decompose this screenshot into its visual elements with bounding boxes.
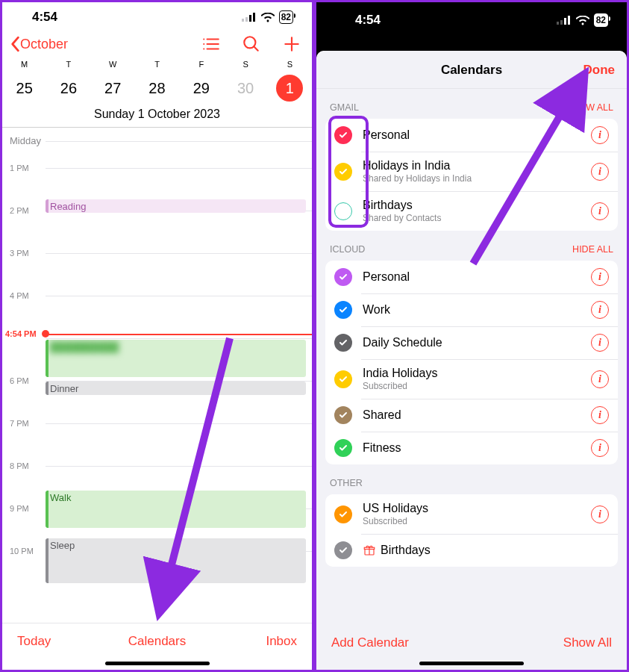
calendar-row[interactable]: Sharedi bbox=[325, 399, 618, 432]
event-walk[interactable]: Walk bbox=[46, 491, 306, 528]
info-icon[interactable]: i bbox=[591, 163, 609, 181]
gift-icon bbox=[363, 544, 376, 557]
svg-rect-6 bbox=[557, 22, 559, 25]
hide-all-link[interactable]: HIDE ALL bbox=[572, 244, 613, 255]
event-sleep[interactable]: Sleep bbox=[46, 538, 306, 583]
hour-label: 8 PM bbox=[10, 461, 29, 470]
home-indicator[interactable] bbox=[105, 662, 210, 665]
today-button[interactable]: Today bbox=[17, 634, 51, 649]
check-icon[interactable] bbox=[334, 406, 352, 424]
sheet-header: Calendars Done bbox=[316, 51, 627, 89]
info-icon[interactable]: i bbox=[591, 268, 609, 286]
date-cell[interactable]: 27 bbox=[91, 75, 135, 102]
now-time-label: 4:54 PM bbox=[5, 329, 37, 338]
info-icon[interactable]: i bbox=[591, 505, 609, 523]
calendar-row[interactable]: Fitnessi bbox=[325, 432, 618, 464]
status-bar: 4:54 82 bbox=[316, 2, 627, 31]
selected-date-label: Sunday 1 October 2023 bbox=[2, 108, 312, 127]
date-cell-selected[interactable]: 1 bbox=[268, 75, 312, 102]
wifi-icon bbox=[261, 13, 275, 22]
show-all-button[interactable]: Show All bbox=[563, 635, 612, 650]
done-button[interactable]: Done bbox=[583, 63, 616, 78]
check-icon[interactable] bbox=[334, 268, 352, 286]
info-icon[interactable]: i bbox=[591, 406, 609, 424]
calendar-header: October bbox=[2, 28, 312, 58]
status-indicators: 82 bbox=[557, 13, 608, 27]
battery-icon: 82 bbox=[594, 13, 608, 27]
info-icon[interactable]: i bbox=[591, 202, 609, 220]
show-all-link[interactable]: SHOW ALL bbox=[566, 102, 613, 113]
hour-label: 9 PM bbox=[10, 504, 29, 513]
home-indicator[interactable] bbox=[419, 662, 524, 665]
check-icon[interactable] bbox=[334, 202, 352, 220]
calendar-row[interactable]: Personal i bbox=[325, 119, 618, 152]
check-icon[interactable] bbox=[334, 439, 352, 457]
hour-label: 3 PM bbox=[10, 249, 29, 258]
wifi-icon bbox=[576, 16, 589, 25]
calendar-group-icloud: Personali Worki Daily Schedulei India Ho… bbox=[325, 261, 618, 464]
svg-rect-2 bbox=[249, 15, 251, 22]
calendar-row[interactable]: US HolidaysSubscribedi bbox=[325, 494, 618, 534]
agenda-area[interactable]: Midday 1 PM 2 PM 3 PM 4 PM 6 PM 7 PM 8 P… bbox=[2, 128, 312, 591]
section-header-icloud: ICLOUD HIDE ALL bbox=[316, 231, 627, 261]
check-icon[interactable] bbox=[334, 301, 352, 319]
svg-rect-3 bbox=[253, 13, 255, 22]
info-icon[interactable]: i bbox=[591, 301, 609, 319]
search-icon[interactable] bbox=[242, 34, 261, 54]
check-icon[interactable] bbox=[334, 370, 352, 388]
info-icon[interactable]: i bbox=[591, 370, 609, 388]
event-dinner[interactable]: Dinner bbox=[46, 382, 306, 395]
calendar-day-view: 4:54 82 October M T W T F S S 25 26 bbox=[0, 0, 314, 672]
check-icon[interactable] bbox=[334, 541, 352, 559]
svg-rect-7 bbox=[560, 20, 563, 25]
calendar-row[interactable]: Worki bbox=[325, 293, 618, 326]
calendar-row[interactable]: India HolidaysSubscribedi bbox=[325, 359, 618, 399]
calendars-button[interactable]: Calendars bbox=[128, 634, 187, 649]
calendars-modal-view: 4:54 82 Calendars Done GMAIL SHOW ALL bbox=[314, 0, 629, 672]
info-icon[interactable]: i bbox=[591, 439, 609, 457]
status-indicators: 82 bbox=[242, 10, 293, 24]
date-cell[interactable]: 25 bbox=[2, 75, 46, 102]
now-indicator bbox=[46, 334, 312, 335]
calendar-group-other: US HolidaysSubscribedi Birthdays bbox=[325, 494, 618, 567]
section-header-gmail: GMAIL SHOW ALL bbox=[316, 89, 627, 119]
calendar-row[interactable]: Birthdays bbox=[325, 534, 618, 567]
check-icon[interactable] bbox=[334, 163, 352, 181]
chevron-left-icon bbox=[10, 36, 20, 52]
event-blurred[interactable]: ██████████ bbox=[46, 340, 306, 377]
date-cell[interactable]: 28 bbox=[135, 75, 179, 102]
svg-rect-0 bbox=[242, 19, 244, 22]
svg-rect-9 bbox=[568, 16, 570, 25]
status-bar: 4:54 82 bbox=[2, 2, 312, 28]
midday-label: Midday bbox=[10, 135, 41, 146]
event-reading[interactable]: Reading bbox=[46, 199, 306, 213]
info-icon[interactable]: i bbox=[591, 334, 609, 352]
check-icon[interactable] bbox=[334, 126, 352, 144]
hour-label: 6 PM bbox=[10, 376, 29, 385]
back-button[interactable]: October bbox=[10, 36, 68, 52]
date-cell[interactable]: 30 bbox=[223, 75, 267, 102]
section-header-other: OTHER bbox=[316, 464, 627, 494]
add-icon[interactable] bbox=[282, 34, 301, 54]
info-icon[interactable]: i bbox=[591, 126, 609, 144]
calendar-row[interactable]: Personali bbox=[325, 261, 618, 293]
calendar-row[interactable]: BirthdaysShared by Contacts i bbox=[325, 191, 618, 231]
inbox-button[interactable]: Inbox bbox=[266, 634, 297, 649]
weekday-row: M T W T F S S bbox=[2, 58, 312, 72]
calendar-row[interactable]: Daily Schedulei bbox=[325, 326, 618, 359]
sheet-title: Calendars bbox=[441, 63, 502, 77]
calendar-row[interactable]: Holidays in IndiaShared by Holidays in I… bbox=[325, 152, 618, 191]
add-calendar-button[interactable]: Add Calendar bbox=[331, 635, 409, 650]
calendar-group-gmail: Personal i Holidays in IndiaShared by Ho… bbox=[325, 119, 618, 231]
cellular-icon bbox=[557, 16, 572, 25]
status-time: 4:54 bbox=[355, 13, 381, 28]
hour-label: 1 PM bbox=[10, 164, 29, 172]
hour-label: 4 PM bbox=[10, 291, 29, 300]
date-cell[interactable]: 26 bbox=[46, 75, 90, 102]
check-icon[interactable] bbox=[334, 334, 352, 352]
svg-rect-1 bbox=[245, 17, 248, 22]
check-icon[interactable] bbox=[334, 505, 352, 523]
list-icon[interactable] bbox=[201, 34, 221, 54]
date-cell[interactable]: 29 bbox=[179, 75, 223, 102]
hour-label: 2 PM bbox=[10, 206, 29, 215]
